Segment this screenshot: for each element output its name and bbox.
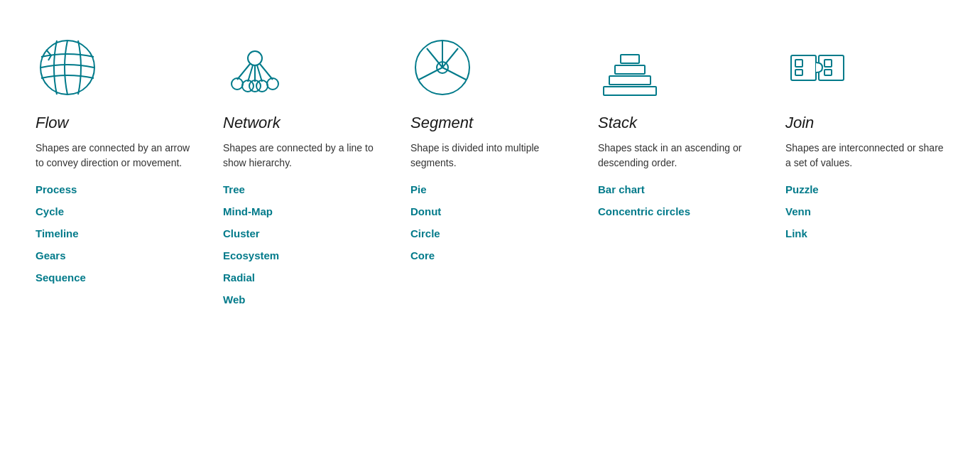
svg-rect-27 — [824, 60, 832, 67]
svg-rect-20 — [609, 76, 650, 85]
join-link-0[interactable]: Puzzle — [785, 183, 944, 195]
flow-link-0[interactable]: Process — [36, 183, 195, 195]
segment-icon — [410, 36, 474, 99]
svg-line-15 — [419, 68, 442, 80]
segment-title: Segment — [410, 114, 570, 132]
column-network: Network Shapes are connected by a line t… — [209, 21, 396, 323]
network-link-3[interactable]: Ecosystem — [223, 249, 382, 261]
segment-link-2[interactable]: Circle — [410, 227, 570, 239]
svg-rect-21 — [615, 65, 645, 74]
stack-desc: Shapes stack in an ascending or descendi… — [598, 141, 757, 171]
flow-link-1[interactable]: Cycle — [36, 205, 195, 217]
network-link-2[interactable]: Cluster — [223, 227, 382, 239]
svg-rect-22 — [621, 55, 639, 63]
svg-rect-26 — [795, 70, 802, 75]
stack-link-1[interactable]: Concentric circles — [598, 205, 757, 217]
svg-point-7 — [232, 78, 243, 90]
svg-rect-23 — [791, 55, 816, 80]
svg-line-16 — [442, 48, 458, 68]
network-link-0[interactable]: Tree — [223, 183, 382, 195]
svg-point-0 — [40, 41, 94, 95]
flow-title: Flow — [36, 114, 195, 132]
flow-icon-area — [36, 28, 195, 107]
column-flow: Flow Shapes are connected by an arrow to… — [21, 21, 209, 323]
join-icon — [785, 36, 849, 99]
network-title: Network — [223, 114, 382, 132]
network-link-4[interactable]: Radial — [223, 271, 382, 284]
svg-line-17 — [427, 48, 442, 68]
flow-desc: Shapes are connected by an arrow to conv… — [36, 141, 195, 171]
column-join: Join Shapes are interconnected or share … — [771, 21, 959, 323]
network-icon — [223, 36, 287, 99]
svg-line-3 — [248, 65, 253, 82]
svg-line-14 — [442, 68, 466, 80]
svg-line-5 — [257, 65, 262, 82]
stack-link-0[interactable]: Bar chart — [598, 183, 757, 195]
svg-line-6 — [260, 64, 273, 80]
svg-rect-25 — [795, 60, 802, 67]
main-grid: Flow Shapes are connected by an arrow to… — [7, 14, 973, 330]
stack-title: Stack — [598, 114, 757, 132]
segment-link-1[interactable]: Donut — [410, 205, 570, 217]
svg-point-11 — [267, 78, 278, 90]
svg-rect-19 — [604, 87, 656, 95]
svg-line-2 — [237, 64, 250, 80]
flow-link-4[interactable]: Sequence — [36, 271, 195, 284]
join-link-2[interactable]: Link — [785, 227, 944, 239]
flow-link-3[interactable]: Gears — [36, 249, 195, 261]
svg-point-1 — [248, 51, 262, 65]
segment-link-0[interactable]: Pie — [410, 183, 570, 195]
column-segment: Segment Shape is divided into multiple s… — [396, 21, 584, 323]
join-link-1[interactable]: Venn — [785, 205, 944, 217]
svg-rect-28 — [824, 70, 832, 75]
stack-icon-area — [598, 28, 757, 107]
flow-link-2[interactable]: Timeline — [36, 227, 195, 239]
network-link-1[interactable]: Mind-Map — [223, 205, 382, 217]
flow-icon — [36, 36, 99, 99]
segment-link-3[interactable]: Core — [410, 249, 570, 261]
segment-desc: Shape is divided into multiple segments. — [410, 141, 570, 171]
segment-icon-area — [410, 28, 570, 107]
network-icon-area — [223, 28, 382, 107]
network-link-5[interactable]: Web — [223, 293, 382, 306]
join-title: Join — [785, 114, 944, 132]
join-desc: Shapes are interconnected or share a set… — [785, 141, 944, 171]
svg-point-10 — [256, 80, 268, 92]
column-stack: Stack Shapes stack in an ascending or de… — [584, 21, 771, 323]
join-icon-area — [785, 28, 944, 107]
network-desc: Shapes are connected by a line to show h… — [223, 141, 382, 171]
stack-icon — [598, 36, 662, 99]
